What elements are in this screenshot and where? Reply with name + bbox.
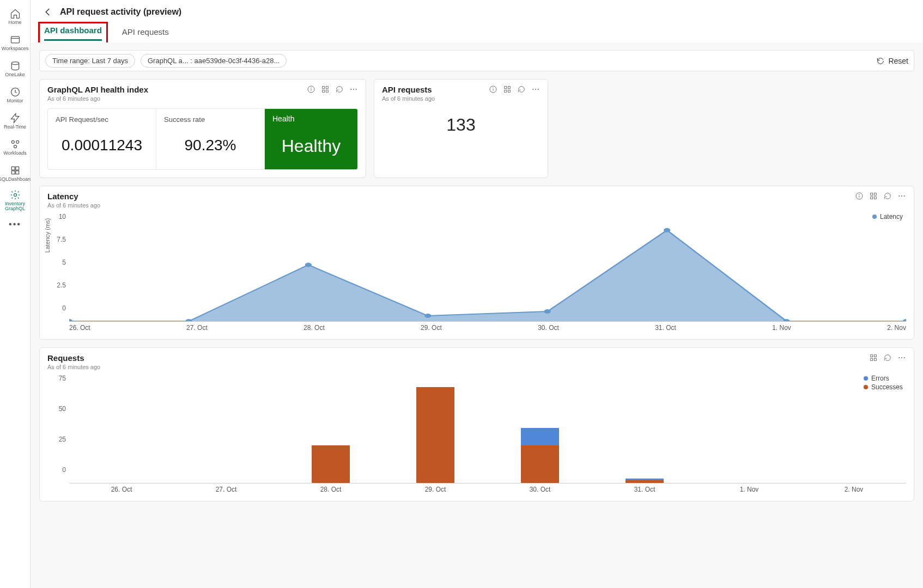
rail-label: OneLake	[5, 72, 25, 77]
card-title: API requests	[382, 85, 435, 94]
reset-button[interactable]: Reset	[876, 57, 908, 65]
rail-label: Home	[8, 20, 21, 25]
svg-point-34	[859, 194, 860, 195]
more-icon[interactable]	[897, 192, 906, 200]
realtime-icon	[10, 113, 21, 124]
filter-time-range[interactable]: Time range: Last 7 days	[45, 54, 135, 68]
api-requests-card: API requests As of 6 minutes ago 133	[374, 79, 548, 178]
svg-point-2	[11, 62, 19, 65]
rail-realtime[interactable]: Real-Time	[1, 109, 29, 134]
rail-monitor[interactable]: Monitor	[1, 83, 29, 108]
page-title: API request activity (preview)	[60, 7, 181, 17]
svg-point-20	[353, 89, 354, 90]
refresh-icon[interactable]	[883, 192, 892, 200]
svg-point-5	[16, 141, 19, 144]
svg-point-48	[664, 228, 670, 232]
svg-point-46	[424, 314, 431, 318]
workspaces-icon	[10, 34, 21, 45]
svg-rect-10	[15, 171, 19, 174]
svg-point-47	[544, 309, 551, 314]
workloads-icon	[10, 139, 21, 150]
grid-icon[interactable]	[869, 353, 878, 362]
svg-point-11	[14, 194, 16, 197]
grid-icon[interactable]	[869, 192, 878, 200]
svg-rect-8	[15, 167, 19, 170]
svg-rect-25	[505, 87, 507, 89]
rail-more[interactable]: •••	[9, 219, 21, 229]
rail-label: Workloads	[3, 151, 26, 156]
rail-workspaces[interactable]: Workspaces	[1, 30, 29, 56]
rail-label: Inventory GraphQL	[1, 201, 29, 212]
rail-label: Real-Time	[4, 125, 26, 130]
rail-inventory-graphql[interactable]: Inventory GraphQL	[1, 187, 29, 214]
svg-rect-7	[11, 167, 15, 170]
rail-gqldashboard[interactable]: GQLDashboard	[1, 161, 29, 186]
svg-point-39	[898, 195, 900, 197]
card-subtitle: As of 6 minutes ago	[47, 202, 100, 209]
requests-y-axis: 75 50 25 0	[47, 375, 69, 483]
more-icon[interactable]	[897, 353, 906, 362]
rail-home[interactable]: Home	[1, 4, 29, 29]
inventory-icon	[10, 189, 21, 200]
latency-y-axis: 10 7.5 5 2.5 0	[47, 213, 69, 322]
svg-point-24	[493, 88, 494, 88]
rail-label: Monitor	[7, 99, 23, 103]
svg-point-41	[904, 195, 905, 197]
svg-rect-17	[323, 90, 325, 92]
svg-point-43	[69, 319, 72, 321]
grid-icon[interactable]	[321, 85, 330, 94]
svg-point-45	[305, 263, 312, 267]
reset-label: Reset	[888, 57, 908, 65]
success-rate-value: 90.23%	[164, 137, 257, 154]
back-button[interactable]	[41, 5, 54, 19]
svg-point-29	[532, 89, 533, 90]
info-icon[interactable]	[307, 85, 315, 94]
svg-point-14	[311, 88, 312, 88]
requests-x-axis: 26. Oct27. Oct28. Oct29. Oct30. Oct31. O…	[69, 483, 906, 493]
latency-card: Latency As of 6 minutes ago Latency (ms)	[39, 186, 914, 340]
filter-item[interactable]: GraphQL a... : aae539de-0c3f-4436-a28...	[141, 54, 287, 68]
svg-rect-15	[323, 87, 325, 89]
latency-plot[interactable]	[69, 213, 906, 322]
health-value: Healthy	[265, 136, 357, 156]
refresh-icon[interactable]	[517, 85, 526, 94]
svg-point-19	[350, 89, 351, 90]
svg-point-56	[901, 357, 902, 358]
rail-workloads[interactable]: Workloads	[1, 135, 29, 160]
back-arrow-icon	[43, 7, 53, 17]
rail-onelake[interactable]: OneLake	[1, 57, 29, 82]
svg-point-21	[356, 89, 357, 90]
more-icon[interactable]	[531, 85, 540, 94]
grid-icon[interactable]	[503, 85, 512, 94]
health-label: Health	[265, 109, 357, 123]
svg-rect-35	[871, 193, 873, 195]
info-icon[interactable]	[489, 85, 497, 94]
svg-rect-18	[326, 90, 328, 92]
tab-api-dashboard[interactable]: API dashboard	[44, 22, 102, 41]
svg-rect-53	[871, 358, 873, 360]
reset-icon	[876, 57, 885, 65]
svg-rect-51	[871, 355, 873, 357]
card-title: GraphQL API health index	[47, 85, 148, 94]
refresh-icon[interactable]	[335, 85, 344, 94]
svg-rect-28	[508, 90, 510, 92]
tab-api-requests[interactable]: API requests	[122, 24, 169, 42]
requests-plot[interactable]	[69, 375, 906, 483]
svg-rect-27	[505, 90, 507, 92]
svg-rect-38	[874, 197, 876, 199]
svg-point-4	[11, 141, 14, 144]
card-title: Latency	[47, 192, 100, 201]
svg-rect-54	[874, 358, 876, 360]
svg-marker-42	[69, 230, 906, 321]
filter-bar: Time range: Last 7 days GraphQL a... : a…	[39, 50, 914, 71]
refresh-icon[interactable]	[883, 353, 892, 362]
card-subtitle: As of 6 minutes ago	[47, 364, 100, 370]
monitor-icon	[10, 87, 21, 97]
tabs: API dashboard API requests	[41, 24, 912, 42]
req-sec-label: API Request/sec	[56, 115, 148, 124]
svg-point-44	[185, 319, 192, 321]
svg-rect-36	[874, 193, 876, 195]
more-icon[interactable]	[349, 85, 358, 94]
info-icon[interactable]	[855, 192, 864, 200]
svg-point-50	[903, 319, 906, 321]
